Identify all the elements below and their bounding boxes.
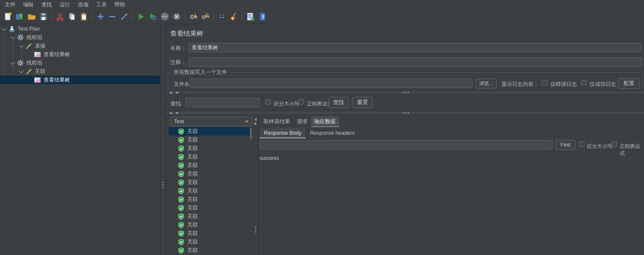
splitter-grip[interactable] <box>403 112 409 113</box>
browse-button[interactable]: 浏览... <box>475 79 497 88</box>
tab-sampler-result[interactable]: 取样器结果 <box>260 116 294 127</box>
search-regex-checkbox[interactable] <box>298 99 304 105</box>
list-item[interactable]: 关联 <box>169 238 252 246</box>
name-label: 名称： <box>170 45 186 52</box>
shutdown-icon[interactable] <box>172 11 182 22</box>
comment-input[interactable] <box>189 57 642 67</box>
search-case-checkbox[interactable] <box>265 99 271 105</box>
collapse-down-icon[interactable] <box>175 112 179 114</box>
save-icon[interactable] <box>38 11 49 22</box>
chevron-down-icon[interactable] <box>17 70 26 73</box>
list-item[interactable]: 关联 <box>169 221 252 229</box>
tree-node-view-results-tree-1[interactable]: 查看结果树 <box>0 50 160 59</box>
list-item[interactable]: 关联 <box>169 212 252 221</box>
horizontal-splitter[interactable] <box>166 91 644 94</box>
tree-node-view-results-tree-2[interactable]: 查看结果树 <box>0 76 160 84</box>
add-icon[interactable] <box>95 11 106 22</box>
stop-icon[interactable]: STOP <box>160 11 170 22</box>
clear-all-icon[interactable] <box>200 11 210 22</box>
tree-node-sampler-zhijie[interactable]: 直接 <box>0 42 160 50</box>
errors-only-checkbox[interactable] <box>542 80 547 85</box>
response-case-checkbox[interactable] <box>579 142 584 147</box>
chevron-down-icon[interactable] <box>9 61 17 65</box>
list-item[interactable]: 关联 <box>169 195 252 204</box>
list-item-label: 关联 <box>187 247 198 254</box>
menu-edit[interactable]: 编辑 <box>19 0 37 10</box>
tree-node-label: 线程组 <box>26 34 43 41</box>
edit-icon[interactable] <box>119 11 129 22</box>
menu-file[interactable]: 文件 <box>1 0 19 10</box>
list-item[interactable]: 关联 <box>169 204 252 212</box>
collapse-left-icon[interactable] <box>255 118 257 121</box>
list-item[interactable]: 关联 <box>169 229 252 238</box>
list-item[interactable]: 关联 <box>169 246 252 255</box>
tree-node-test-plan[interactable]: Test Plan <box>0 25 160 33</box>
collapse-down-icon[interactable] <box>175 92 179 94</box>
function-helper-icon[interactable] <box>245 11 255 22</box>
paste-icon[interactable] <box>79 11 89 22</box>
tree-main-splitter[interactable] <box>160 24 166 255</box>
list-item[interactable]: 关联 <box>169 187 252 195</box>
tab-request[interactable]: 请求 <box>294 116 311 127</box>
list-item[interactable]: 关联 <box>169 153 252 161</box>
tree-node-sampler-guanlian[interactable]: 关联 <box>0 67 160 76</box>
templates-icon[interactable] <box>14 11 25 22</box>
horizontal-splitter[interactable] <box>166 111 644 115</box>
list-item[interactable]: 关联 <box>169 161 252 170</box>
search-icon[interactable] <box>217 11 227 22</box>
start-icon[interactable] <box>136 11 146 22</box>
response-regex-checkbox[interactable] <box>612 142 617 147</box>
list-item[interactable]: 关联 <box>169 178 252 187</box>
subtab-response-body[interactable]: Response Body <box>260 128 306 139</box>
help-icon[interactable]: ? <box>257 11 267 22</box>
new-file-icon[interactable] <box>3 11 13 22</box>
copy-icon[interactable] <box>67 11 77 22</box>
start-no-timers-icon[interactable] <box>148 11 158 22</box>
clear-icon[interactable] <box>188 11 198 22</box>
success-only-label: 仅成功日志 <box>590 81 616 88</box>
list-item[interactable]: 关联 <box>169 136 252 144</box>
tree-node-thread-group-1[interactable]: 线程组 <box>0 33 160 42</box>
remove-icon[interactable] <box>107 11 117 22</box>
reset-button[interactable]: 重置 <box>352 97 373 108</box>
menu-search[interactable]: 查找 <box>37 0 56 10</box>
tree-node-thread-group-2[interactable]: 线程组 <box>0 59 160 67</box>
collapse-up-icon[interactable] <box>169 91 173 94</box>
response-find-input[interactable] <box>260 140 552 150</box>
response-case-label: 区分大小写 <box>587 143 613 150</box>
collapse-up-icon[interactable] <box>169 112 173 114</box>
splitter-grip[interactable] <box>162 182 163 188</box>
results-detail-splitter[interactable] <box>253 116 259 255</box>
success-only-checkbox[interactable] <box>581 80 587 85</box>
list-item[interactable]: 关联 <box>169 144 252 153</box>
response-find-button[interactable]: Find <box>555 140 575 150</box>
subtab-response-headers[interactable]: Response headers <box>306 128 359 139</box>
view-mode-dropdown[interactable]: Text <box>170 117 252 126</box>
chevron-down-icon[interactable] <box>17 44 26 48</box>
chevron-down-icon[interactable] <box>9 36 17 39</box>
list-item[interactable]: 关联 <box>169 170 252 178</box>
collapse-right-icon[interactable] <box>255 122 257 125</box>
menu-options[interactable]: 选项 <box>74 0 92 10</box>
chevron-down-icon[interactable] <box>0 27 9 31</box>
clear-search-icon[interactable] <box>229 11 239 22</box>
menu-help[interactable]: 帮助 <box>111 0 129 10</box>
list-item[interactable]: 关联 <box>169 127 252 136</box>
open-icon[interactable] <box>26 11 37 22</box>
search-input[interactable] <box>185 98 260 107</box>
svg-text:STOP: STOP <box>162 16 167 18</box>
shield-check-icon <box>178 239 184 245</box>
configure-button[interactable]: 配置 <box>618 78 640 89</box>
results-scrollbar[interactable] <box>250 128 252 139</box>
cut-icon[interactable] <box>55 11 65 22</box>
find-button[interactable]: 查找 <box>329 97 349 108</box>
splitter-grip[interactable] <box>255 226 256 232</box>
toolbar-separator <box>213 11 214 22</box>
search-case-label: 区分大小写 <box>274 100 299 108</box>
name-input[interactable] <box>189 43 641 52</box>
splitter-grip[interactable] <box>403 92 409 93</box>
filename-input[interactable] <box>190 79 472 88</box>
menu-run[interactable]: 运行 <box>56 0 74 10</box>
tab-response-data[interactable]: 响应数据 <box>311 116 339 127</box>
menu-tools[interactable]: 工具 <box>92 0 111 10</box>
